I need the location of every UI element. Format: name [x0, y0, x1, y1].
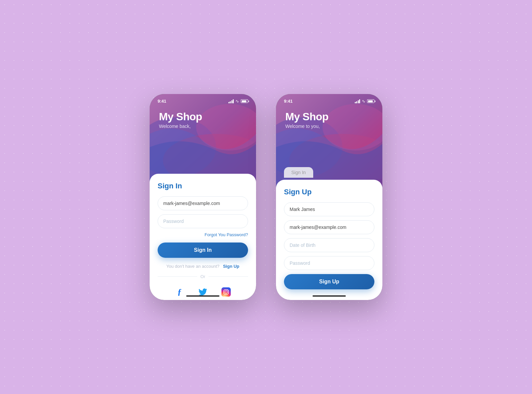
signal-icon	[228, 99, 234, 103]
battery-icon	[241, 99, 248, 103]
signin-app-title-area: My Shop Welcome back,	[159, 111, 202, 129]
signin-status-icons: ∿	[228, 99, 248, 104]
signup-email-input[interactable]	[284, 220, 374, 234]
signup-status-bar: 9:41 ∿	[284, 99, 374, 104]
signup-app-subtitle: Welcome to you,	[285, 124, 329, 129]
signup-status-icons: ∿	[355, 99, 375, 104]
social-icons-row: ƒ	[158, 285, 248, 299]
signin-header-bg	[150, 94, 256, 187]
signup-app-title-area: My Shop Welcome to you,	[285, 111, 329, 129]
signin-password-input[interactable]	[158, 214, 248, 228]
signup-home-indicator	[313, 295, 346, 297]
signin-inactive-tab[interactable]: Sign In	[276, 167, 382, 178]
signin-email-input[interactable]	[158, 196, 248, 210]
facebook-icon[interactable]: ƒ	[173, 285, 187, 299]
or-divider: Or	[158, 274, 248, 279]
signup-card: Sign Up Sign Up	[276, 180, 382, 300]
signup-button[interactable]: Sign Up	[284, 274, 374, 289]
no-account-text: You don't have an account?	[166, 264, 219, 269]
signup-card-title: Sign Up	[284, 188, 374, 196]
signin-phone: 9:41 ∿ My Shop Welcome back, Sign In For…	[150, 94, 256, 300]
signup-password-input[interactable]	[284, 256, 374, 270]
signin-app-title: My Shop	[159, 111, 202, 123]
signup-dob-input[interactable]	[284, 238, 374, 252]
signup-battery-icon	[367, 99, 374, 103]
signup-app-title: My Shop	[285, 111, 329, 123]
svg-rect-4	[221, 287, 231, 297]
signin-status-bar: 9:41 ∿	[158, 99, 248, 104]
instagram-icon[interactable]	[219, 285, 233, 299]
signup-time: 9:41	[284, 99, 293, 104]
signin-time: 9:41	[158, 99, 166, 104]
svg-point-7	[227, 290, 228, 290]
signin-button[interactable]: Sign In	[158, 243, 248, 258]
forgot-password-link[interactable]: Forgot You Password?	[158, 232, 248, 237]
no-account-row: You don't have an account? Sign Up	[158, 264, 248, 269]
signup-name-input[interactable]	[284, 202, 374, 216]
signin-home-indicator	[186, 295, 219, 297]
signin-tab-label[interactable]: Sign In	[284, 167, 313, 178]
signup-signal-icon	[355, 99, 360, 103]
signup-wifi-icon: ∿	[362, 99, 365, 104]
go-signup-link[interactable]: Sign Up	[223, 264, 239, 269]
twitter-icon[interactable]	[196, 285, 210, 299]
signin-app-subtitle: Welcome back,	[159, 124, 202, 129]
signin-card-title: Sign In	[158, 182, 248, 190]
signin-card: Sign In Forgot You Password? Sign In You…	[150, 174, 256, 300]
signup-phone: 9:41 ∿ My Shop Welcome to you, Sign In S…	[276, 94, 382, 300]
wifi-icon: ∿	[235, 99, 239, 104]
or-label: Or	[200, 274, 205, 279]
